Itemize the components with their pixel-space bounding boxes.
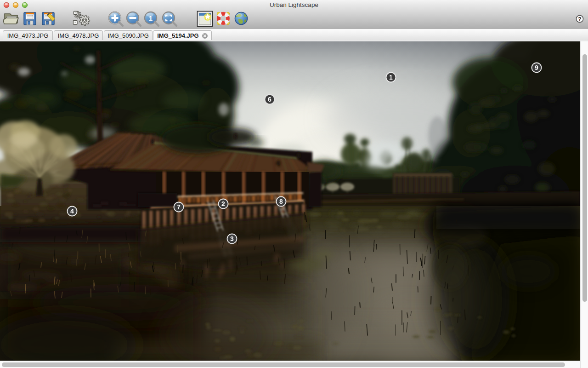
svg-text:?: ?	[578, 16, 581, 23]
svg-text:1: 1	[389, 74, 393, 81]
svg-text:3: 3	[230, 235, 234, 242]
svg-text:8: 8	[279, 198, 283, 205]
svg-text:7: 7	[177, 203, 181, 211]
svg-text:9: 9	[535, 64, 538, 71]
svg-text:2: 2	[221, 200, 225, 207]
svg-text:4: 4	[70, 207, 74, 215]
svg-text:6: 6	[268, 96, 271, 103]
